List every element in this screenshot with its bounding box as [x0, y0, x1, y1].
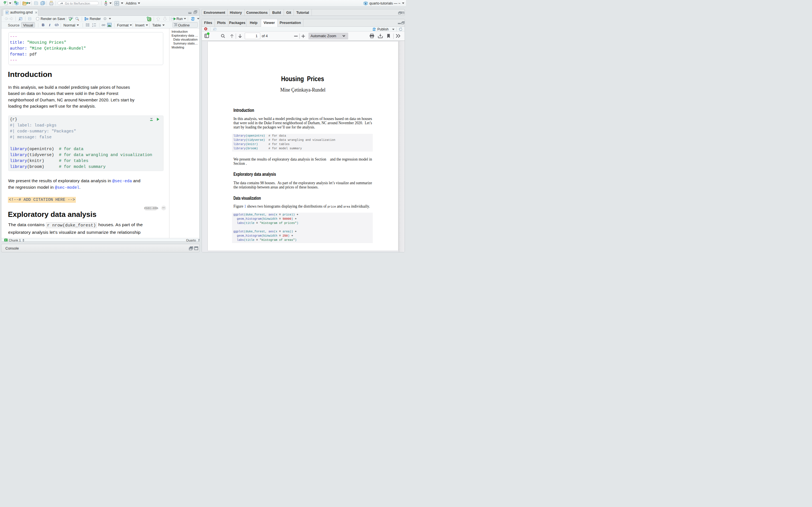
svg-text:R: R [365, 2, 367, 5]
svg-text:2: 2 [92, 25, 93, 27]
svg-text:1: 1 [92, 23, 93, 25]
